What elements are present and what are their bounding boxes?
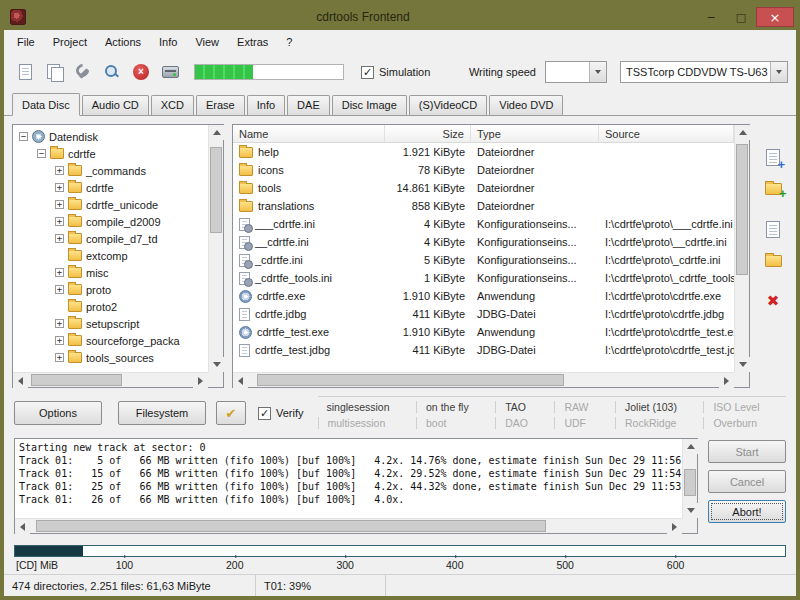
tree-vertical-scrollbar[interactable] bbox=[208, 125, 223, 372]
tree-expander-icon[interactable] bbox=[55, 336, 64, 345]
menu-item[interactable]: Project bbox=[44, 32, 96, 52]
scrollbar-thumb[interactable] bbox=[31, 374, 122, 386]
scroll-right-icon[interactable] bbox=[667, 519, 682, 534]
scroll-left-icon[interactable] bbox=[15, 519, 30, 534]
scroll-left-icon[interactable] bbox=[13, 373, 28, 388]
tree-item[interactable]: tools_sources bbox=[15, 349, 206, 366]
file-row[interactable]: _cdrtfe.ini 5 KiByte Konfigurationseins.… bbox=[233, 251, 734, 269]
file-row[interactable]: cdrtfe_test.jdbg 411 KiByte JDBG-Datei I… bbox=[233, 341, 734, 359]
scroll-down-icon[interactable] bbox=[209, 357, 224, 372]
tree-item[interactable]: cdrtfe_unicode bbox=[15, 196, 206, 213]
file-row[interactable]: _cdrtfe_tools.ini 1 KiByte Konfiguration… bbox=[233, 269, 734, 287]
new-file-button[interactable] bbox=[760, 216, 786, 242]
dropdown-arrow-icon[interactable] bbox=[770, 62, 787, 82]
scrollbar-thumb[interactable] bbox=[736, 144, 748, 274]
add-folder-button[interactable] bbox=[760, 176, 786, 202]
tab[interactable]: Info bbox=[247, 95, 285, 115]
abort-button[interactable]: Abort! bbox=[708, 500, 786, 523]
scroll-right-icon[interactable] bbox=[719, 373, 734, 388]
tree-item[interactable]: cdrtfe bbox=[15, 179, 206, 196]
scrollbar-thumb[interactable] bbox=[36, 520, 546, 532]
tree-expander-icon[interactable] bbox=[55, 319, 64, 328]
cancel-button[interactable]: Cancel bbox=[708, 470, 786, 493]
tree-expander-icon[interactable] bbox=[55, 268, 64, 277]
menu-item[interactable]: File bbox=[8, 32, 44, 52]
tree-expander-icon[interactable] bbox=[19, 132, 28, 141]
new-folder-button[interactable] bbox=[760, 248, 786, 274]
tree-item[interactable]: sourceforge_packa bbox=[15, 332, 206, 349]
tab[interactable]: Erase bbox=[196, 95, 245, 115]
scroll-up-icon[interactable] bbox=[735, 125, 750, 140]
start-button[interactable]: Start bbox=[708, 440, 786, 463]
disc-info-button[interactable] bbox=[99, 59, 125, 85]
tree-item[interactable]: proto bbox=[15, 281, 206, 298]
tree-horizontal-scrollbar[interactable] bbox=[13, 372, 208, 387]
device-select[interactable]: TSSTcorp CDDVDW TS-U63 bbox=[620, 61, 788, 83]
file-row[interactable]: help 1.921 KiByte Dateiordner bbox=[233, 143, 734, 161]
tree-expander-icon[interactable] bbox=[55, 166, 64, 175]
tab[interactable]: Disc Image bbox=[332, 95, 407, 115]
tree-expander-icon[interactable] bbox=[55, 353, 64, 362]
tree-expander-icon[interactable] bbox=[55, 217, 64, 226]
scrollbar-thumb[interactable] bbox=[684, 469, 696, 496]
tab[interactable]: XCD bbox=[151, 95, 194, 115]
settings-button[interactable] bbox=[70, 59, 96, 85]
tab[interactable]: Video DVD bbox=[489, 95, 563, 115]
minimize-button[interactable]: ─ bbox=[696, 7, 726, 27]
tree-expander-icon[interactable] bbox=[55, 200, 64, 209]
file-row[interactable]: cdrtfe_test.exe 1.910 KiByte Anwendung I… bbox=[233, 323, 734, 341]
scroll-up-icon[interactable] bbox=[209, 125, 224, 140]
tree-item[interactable]: compile_d2009 bbox=[15, 213, 206, 230]
file-row[interactable]: cdrtfe.jdbg 411 KiByte JDBG-Datei I:\cdr… bbox=[233, 305, 734, 323]
tree-item[interactable]: extcomp bbox=[15, 247, 206, 264]
open-project-button[interactable] bbox=[41, 59, 67, 85]
close-button[interactable]: × bbox=[756, 7, 794, 27]
tab[interactable]: (S)VideoCD bbox=[409, 95, 488, 115]
maximize-button[interactable]: □ bbox=[726, 7, 756, 27]
log-vertical-scrollbar[interactable] bbox=[682, 439, 697, 518]
tree-item[interactable]: Datendisk bbox=[15, 128, 206, 145]
titlebar[interactable]: cdrtools Frontend ─ □ × bbox=[4, 4, 796, 30]
tree-item[interactable]: compile_d7_td bbox=[15, 230, 206, 247]
file-row[interactable]: tools 14.861 KiByte Dateiordner bbox=[233, 179, 734, 197]
writing-speed-select[interactable] bbox=[545, 61, 607, 83]
tab[interactable]: Data Disc bbox=[12, 93, 80, 116]
file-row[interactable]: __cdrtfe.ini 4 KiByte Konfigurationseins… bbox=[233, 233, 734, 251]
file-row[interactable]: ___cdrtfe.ini 4 KiByte Konfigurationsein… bbox=[233, 215, 734, 233]
tree-item[interactable]: setupscript bbox=[15, 315, 206, 332]
scroll-down-icon[interactable] bbox=[735, 357, 750, 372]
menu-item[interactable]: ? bbox=[277, 32, 301, 52]
new-project-button[interactable] bbox=[12, 59, 38, 85]
tree-expander-icon[interactable] bbox=[37, 149, 46, 158]
column-header-type[interactable]: Type bbox=[471, 125, 599, 142]
scroll-left-icon[interactable] bbox=[233, 373, 248, 388]
add-files-button[interactable] bbox=[760, 144, 786, 170]
file-vertical-scrollbar[interactable] bbox=[734, 125, 749, 372]
menu-item[interactable]: View bbox=[186, 32, 228, 52]
menu-item[interactable]: Extras bbox=[228, 32, 277, 52]
remove-button[interactable]: ✖ bbox=[760, 288, 786, 314]
tree-item[interactable]: misc bbox=[15, 264, 206, 281]
scroll-right-icon[interactable] bbox=[193, 373, 208, 388]
scroll-up-icon[interactable] bbox=[683, 439, 698, 454]
file-row[interactable]: icons 78 KiByte Dateiordner bbox=[233, 161, 734, 179]
burn-button[interactable] bbox=[157, 59, 183, 85]
tree-expander-icon[interactable] bbox=[55, 285, 64, 294]
column-header-source[interactable]: Source bbox=[599, 125, 734, 142]
dropdown-arrow-icon[interactable] bbox=[589, 62, 606, 82]
scrollbar-thumb[interactable] bbox=[210, 147, 222, 234]
column-header-name[interactable]: Name bbox=[233, 125, 385, 142]
tab[interactable]: DAE bbox=[287, 95, 330, 115]
tree-expander-icon[interactable] bbox=[55, 183, 64, 192]
file-row[interactable]: cdrtfe.exe 1.910 KiByte Anwendung I:\cdr… bbox=[233, 287, 734, 305]
simulation-checkbox[interactable]: ✓ Simulation bbox=[361, 66, 430, 79]
scroll-down-icon[interactable] bbox=[683, 503, 698, 518]
filesystem-button[interactable]: Filesystem bbox=[118, 401, 206, 425]
stop-button[interactable]: × bbox=[128, 59, 154, 85]
menu-item[interactable]: Actions bbox=[96, 32, 150, 52]
verify-settings-button[interactable]: ✔ bbox=[216, 401, 246, 425]
menu-item[interactable]: Info bbox=[150, 32, 186, 52]
log-horizontal-scrollbar[interactable] bbox=[15, 518, 682, 533]
column-header-size[interactable]: Size bbox=[385, 125, 471, 142]
tree-expander-icon[interactable] bbox=[55, 234, 64, 243]
